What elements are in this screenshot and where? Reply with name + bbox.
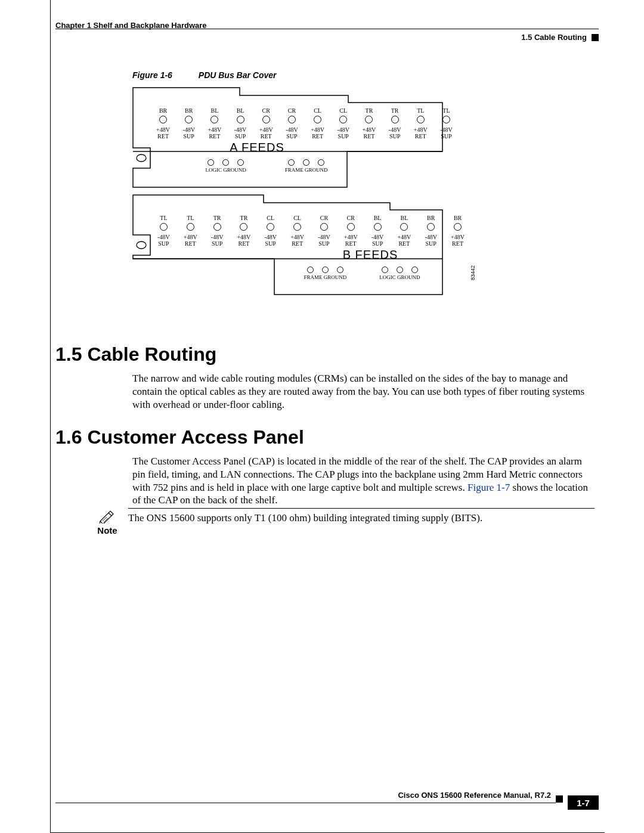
ground-holes — [304, 267, 346, 273]
terminal-top-label: CL — [309, 107, 326, 114]
ground-hole-icon — [303, 159, 309, 166]
ground-group: FRAME GROUND — [285, 159, 328, 173]
terminal: BR+48VRET — [155, 107, 171, 140]
terminal-voltage-label: +48V — [449, 234, 466, 240]
terminal-voltage-label: -48V — [315, 234, 333, 240]
terminal: TR-48VSUP — [209, 215, 226, 247]
heading-1-6: 1.6 Customer Access Panel — [55, 426, 304, 448]
terminal-voltage-label: -48V — [181, 126, 197, 133]
terminal-hole-icon — [187, 223, 194, 231]
terminal-role-label: RET — [342, 240, 360, 247]
terminal-top-label: CR — [284, 107, 300, 114]
feed-title-b: B FEEDS — [274, 248, 466, 262]
terminal-hole-icon — [400, 223, 408, 231]
note-icon-col: Note — [97, 508, 117, 535]
ground-holes — [285, 159, 328, 166]
header-rule — [55, 29, 599, 29]
terminal-hole-icon — [454, 223, 462, 231]
ground-hole-icon — [397, 267, 403, 273]
terminal: CR+48VRET — [258, 107, 274, 140]
terminal-voltage-label: +48V — [236, 234, 253, 240]
terminal-top-label: BL — [369, 215, 386, 221]
ground-group: LOGIC GROUND — [379, 267, 420, 280]
heading-1-5: 1.5 Cable Routing — [55, 343, 216, 366]
ground-group: FRAME GROUND — [304, 267, 346, 280]
panel-a-wrap: BR+48VRETBR-48VSUPBL+48VRETBL-48VSUPCR+4… — [132, 87, 454, 173]
page-footer: Cisco ONS 15600 Reference Manual, R7.2 1… — [55, 803, 599, 824]
terminal: TL+48VRET — [182, 215, 199, 247]
terminal-role-label: SUP — [315, 240, 333, 247]
ground-label: LOGIC GROUND — [205, 167, 246, 173]
ground-row-b: FRAME GROUNDLOGIC GROUND — [287, 267, 436, 280]
terminal-voltage-label: -48V — [438, 126, 454, 133]
figure-id: 83442 — [470, 265, 476, 280]
terminal-top-label: CR — [342, 215, 360, 221]
terminal-hole-icon — [293, 223, 301, 231]
terminal-top-label: CR — [315, 215, 333, 221]
terminal: BR+48VRET — [449, 215, 466, 247]
para-1-6: The Customer Access Panel (CAP) is locat… — [132, 455, 595, 507]
terminal: TL-48VSUP — [155, 215, 172, 247]
terminal-top-label: TR — [361, 107, 377, 114]
ground-hole-icon — [337, 267, 343, 273]
terminal-hole-icon — [391, 116, 399, 123]
terminal-top-label: TR — [236, 215, 253, 221]
note-text: The ONS 15600 supports only T1 (100 ohm)… — [128, 508, 595, 524]
ground-group: LOGIC GROUND — [205, 159, 246, 173]
note-block: Note The ONS 15600 supports only T1 (100… — [97, 508, 595, 535]
terminal-role-label: RET — [258, 133, 274, 140]
terminal-hole-icon — [160, 223, 168, 231]
terminal-hole-icon — [159, 116, 167, 123]
terminal-top-label: CL — [289, 215, 306, 221]
ground-hole-icon — [307, 267, 314, 273]
terminal: CL-48VSUP — [335, 107, 351, 140]
terminal-voltage-label: -48V — [335, 126, 351, 133]
terminal-top-label: CL — [262, 215, 279, 221]
panel-b-body: TL-48VSUPTL+48VRETTR-48VSUPTR+48VRETCL-4… — [132, 194, 466, 280]
terminal-hole-icon — [210, 116, 218, 123]
figure-1-6: Figure 1-6 PDU Bus Bar Cover BR+48VRETBR… — [132, 70, 484, 280]
terminal-voltage-label: -48V — [155, 234, 172, 240]
terminal-voltage-label: -48V — [284, 126, 300, 133]
ground-hole-icon — [288, 159, 295, 166]
terminal-voltage-label: +48V — [155, 126, 171, 133]
terminal-hole-icon — [267, 223, 274, 231]
terminal-top-label: BL — [206, 107, 222, 114]
footer-accent-square — [556, 795, 563, 803]
terminal-voltage-label: +48V — [309, 126, 326, 133]
terminal-hole-icon — [288, 116, 296, 123]
figure-1-7-link[interactable]: Figure 1-7 — [467, 482, 510, 493]
ground-hole-icon — [411, 267, 418, 273]
terminal: BR-48VSUP — [181, 107, 197, 140]
terminal-hole-icon — [185, 116, 193, 123]
terminal: CR-48VSUP — [315, 215, 333, 247]
terminal-voltage-label: -48V — [422, 234, 439, 240]
terminal-top-label: TL — [182, 215, 199, 221]
terminal-voltage-label: -48V — [232, 126, 248, 133]
terminal-top-label: CL — [335, 107, 351, 114]
terminal-role-label: RET — [182, 240, 199, 247]
terminal-role-label: SUP — [387, 133, 403, 140]
terminal-hole-icon — [240, 223, 247, 231]
footer-manual-title: Cisco ONS 15600 Reference Manual, R7.2 — [398, 791, 551, 800]
para-1-5: The narrow and wide cable routing module… — [132, 372, 595, 411]
terminal-voltage-label: +48V — [395, 234, 413, 240]
terminal-hole-icon — [427, 223, 435, 231]
ground-row-a: LOGIC GROUNDFRAME GROUND — [186, 159, 347, 173]
terminal-voltage-label: +48V — [206, 126, 222, 133]
panel-a-body: BR+48VRETBR-48VSUPBL+48VRETBL-48VSUPCR+4… — [132, 87, 454, 173]
ground-label: FRAME GROUND — [304, 274, 346, 280]
terminal: CR+48VRET — [342, 215, 360, 247]
panel-b-wrap: TL-48VSUPTL+48VRETTR-48VSUPTR+48VRETCL-4… — [132, 194, 466, 280]
terminal-role-label: SUP — [155, 240, 172, 247]
terminal-top-label: BR — [155, 107, 171, 114]
ground-hole-icon — [237, 159, 244, 166]
figure-number: Figure 1-6 — [132, 70, 172, 80]
ground-label: LOGIC GROUND — [379, 274, 420, 280]
terminal: TR+48VRET — [361, 107, 377, 140]
ground-hole-icon — [318, 159, 324, 166]
ground-holes — [379, 267, 420, 273]
terminal-role-label: SUP — [181, 133, 197, 140]
section-ref: 1.5 Cable Routing — [521, 33, 587, 42]
terminal-row-b: TL-48VSUPTL+48VRETTR-48VSUPTR+48VRETCL-4… — [155, 215, 466, 247]
